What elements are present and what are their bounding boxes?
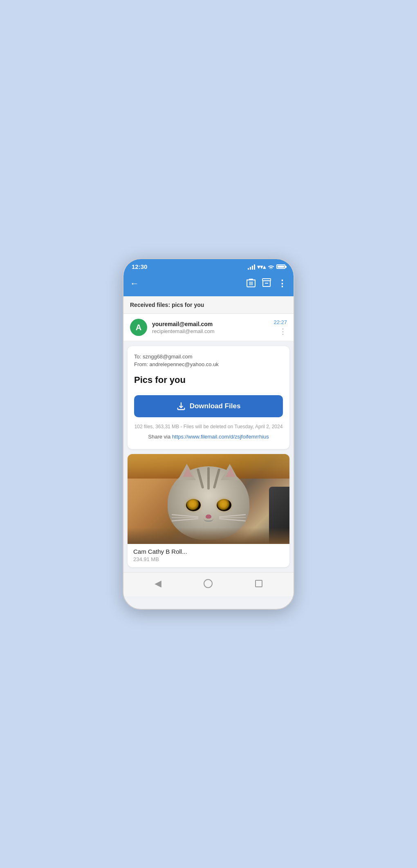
sender-email: youremail@email.com xyxy=(152,321,269,327)
email-to: To: szngg68@gmail.com xyxy=(134,353,283,360)
email-card: To: szngg68@gmail.com From: andrelepenne… xyxy=(128,346,289,449)
sender-row: A youremail@email.com recipientemail@ema… xyxy=(123,314,294,341)
email-subject: Received files: pics for you xyxy=(130,302,204,308)
archive-button[interactable] xyxy=(262,278,271,289)
phone-frame: 12:30 ▾▾▴ ← xyxy=(123,258,294,610)
more-options-button[interactable]: ⋮ xyxy=(278,278,287,289)
download-files-button[interactable]: Download Files xyxy=(134,395,283,417)
share-link[interactable]: https://www.filemail.com/d/zsjfoifemrrhi… xyxy=(172,434,269,440)
file-preview-card[interactable]: Cam Cathy B Roll... 234.91 MB xyxy=(128,454,289,567)
battery-icon xyxy=(276,264,285,269)
download-label: Download Files xyxy=(190,402,241,410)
signal-icon xyxy=(248,264,255,270)
subject-bar: Received files: pics for you xyxy=(123,296,294,314)
file-preview-info: Cam Cathy B Roll... 234.91 MB xyxy=(128,544,289,567)
nav-back-button[interactable]: ◀ xyxy=(155,578,161,589)
avatar: A xyxy=(130,319,147,336)
app-bar-actions: ⋮ xyxy=(247,278,287,290)
sender-info: youremail@email.com recipientemail@email… xyxy=(152,321,269,334)
back-button[interactable]: ← xyxy=(130,277,142,291)
file-info: 102 files, 363,31 MB - Files will be del… xyxy=(134,423,283,430)
share-prefix: Share via xyxy=(148,434,172,440)
nav-home-button[interactable] xyxy=(204,579,213,588)
email-more-button[interactable]: ⋮ xyxy=(279,327,287,336)
sender-meta: 22:27 ⋮ xyxy=(274,319,287,336)
bottom-nav: ◀ xyxy=(123,572,294,596)
share-link-container: Share via https://www.filemail.com/d/zsj… xyxy=(134,433,283,441)
status-bar: 12:30 ▾▾▴ xyxy=(123,259,294,273)
download-icon xyxy=(177,402,186,411)
file-size: 234.91 MB xyxy=(133,556,284,562)
email-timestamp: 22:27 xyxy=(274,319,287,325)
app-bar: ← ⋮ xyxy=(123,273,294,296)
file-name: Cam Cathy B Roll... xyxy=(133,548,284,555)
status-icons: ▾▾▴ xyxy=(248,264,285,270)
email-from: From: andrelepennec@yahoo.co.uk xyxy=(134,361,283,367)
wifi-icon: ▾▾▴ xyxy=(257,264,266,270)
wifi-icon xyxy=(268,264,274,269)
nav-recents-button[interactable] xyxy=(255,580,262,587)
delete-button[interactable] xyxy=(247,278,256,290)
email-heading: Pics for you xyxy=(134,375,283,385)
recipient-email: recipientemail@email.com xyxy=(152,328,269,334)
status-time: 12:30 xyxy=(132,263,147,270)
